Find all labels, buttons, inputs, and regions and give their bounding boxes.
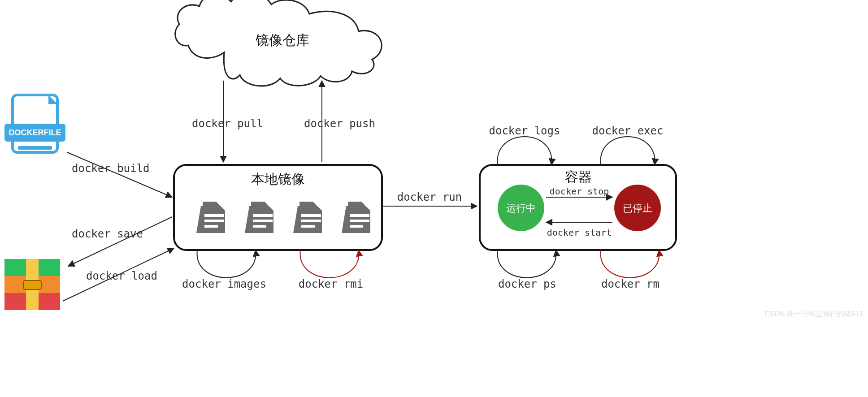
container-label: 容器 <box>565 169 592 184</box>
svg-rect-16 <box>301 220 321 222</box>
edge-logs-loop <box>497 137 551 165</box>
registry-node: 镜像仓库 <box>175 0 382 86</box>
svg-rect-14 <box>253 225 266 228</box>
edge-images-loop <box>197 250 256 278</box>
edge-run: docker run <box>397 191 462 203</box>
archive-icon <box>4 259 60 310</box>
dockerfile-icon: DOCKERFILE <box>4 95 65 152</box>
svg-rect-19 <box>350 220 369 222</box>
svg-rect-15 <box>301 214 321 217</box>
edge-save-line <box>68 217 172 266</box>
edge-build-line <box>67 152 172 197</box>
edge-rmi-loop <box>300 250 359 278</box>
svg-rect-10 <box>204 220 224 222</box>
watermark: CSDN @一只特立独行的猪611 <box>764 310 864 318</box>
dockerfile-label: DOCKERFILE <box>9 128 61 137</box>
edge-save: docker save <box>72 228 143 240</box>
svg-rect-7 <box>23 280 41 289</box>
edge-rm: docker rm <box>601 278 660 290</box>
edge-ps: docker ps <box>498 278 556 290</box>
stopped-label: 已停止 <box>623 203 652 214</box>
svg-rect-17 <box>301 225 315 228</box>
edge-push: docker push <box>304 117 375 130</box>
svg-rect-11 <box>204 225 218 228</box>
edge-exec: docker exec <box>592 125 664 137</box>
edge-rm-loop <box>601 250 660 278</box>
edge-load: docker load <box>86 270 157 282</box>
local-images-node: 本地镜像 <box>174 165 382 250</box>
svg-rect-9 <box>204 214 224 217</box>
diagram-canvas: 镜像仓库 DOCKERFILE 本地镜像 <box>0 0 868 397</box>
svg-rect-18 <box>350 214 369 217</box>
registry-label: 镜像仓库 <box>255 33 309 47</box>
local-images-label: 本地镜像 <box>251 172 305 186</box>
running-label: 运行中 <box>506 203 536 214</box>
svg-rect-2 <box>18 146 52 150</box>
edge-stop: docker stop <box>550 186 609 197</box>
svg-rect-13 <box>253 220 273 222</box>
svg-rect-12 <box>253 214 273 217</box>
edge-start: docker start <box>547 227 612 238</box>
svg-rect-20 <box>350 225 363 228</box>
edge-images: docker images <box>182 278 266 290</box>
edge-logs: docker logs <box>489 125 560 137</box>
edge-exec-loop <box>600 137 655 165</box>
edge-build: docker build <box>72 162 149 175</box>
edge-ps-loop <box>498 250 556 278</box>
edge-rmi: docker rmi <box>299 278 364 290</box>
edge-pull: docker pull <box>192 117 263 130</box>
container-node: 容器 运行中 已停止 docker stop docker start <box>480 165 676 250</box>
